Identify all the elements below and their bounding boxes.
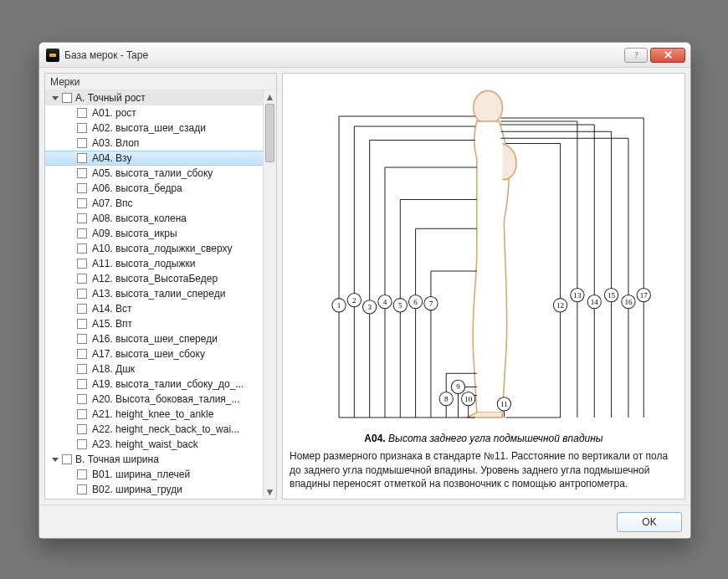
tree-item[interactable]: B01. ширина_плечей bbox=[45, 467, 263, 482]
scroll-up-icon[interactable]: ▲ bbox=[264, 90, 276, 104]
svg-point-2 bbox=[474, 90, 503, 125]
tree-item[interactable]: A12. высота_ВысотаБедер bbox=[45, 271, 263, 286]
tree-item[interactable]: A14. Вст bbox=[45, 301, 263, 316]
item-label: A13. высота_талии_спереди bbox=[92, 288, 225, 300]
checkbox[interactable] bbox=[77, 349, 87, 359]
tree-item[interactable]: A08. высота_колена bbox=[45, 211, 263, 226]
checkbox[interactable] bbox=[77, 394, 87, 404]
right-panel: 1234567891011121314151617 A04. Высота за… bbox=[282, 73, 685, 500]
tree-item[interactable]: A11. высота_лодыжки bbox=[45, 256, 263, 271]
checkbox[interactable] bbox=[77, 409, 87, 419]
tree-item[interactable]: A05. высота_талии_сбоку bbox=[45, 166, 263, 181]
checkbox[interactable] bbox=[62, 454, 72, 464]
tree-item[interactable]: A04. Взу bbox=[45, 151, 263, 166]
tree-item[interactable]: A13. высота_талии_спереди bbox=[45, 286, 263, 301]
titlebar[interactable]: База мерок - Tape ? bbox=[39, 43, 690, 68]
dialog-window: База мерок - Tape ? Мерки A. Точный рост… bbox=[38, 42, 691, 539]
tree-item[interactable]: A02. высота_шеи_сзади bbox=[45, 120, 263, 136]
dialog-footer: OK bbox=[39, 505, 690, 538]
caret-down-icon bbox=[52, 96, 59, 100]
checkbox[interactable] bbox=[77, 334, 87, 344]
checkbox[interactable] bbox=[62, 93, 72, 103]
checkbox[interactable] bbox=[77, 304, 87, 314]
tree-item[interactable]: A17. высота_шеи_сбоку bbox=[45, 346, 263, 361]
checkbox[interactable] bbox=[77, 274, 87, 284]
marker-number: 4 bbox=[383, 298, 387, 306]
tree-group[interactable]: A. Точный рост bbox=[45, 90, 263, 105]
tree-item[interactable]: A10. высота_лодыжки_сверху bbox=[45, 241, 263, 256]
checkbox[interactable] bbox=[77, 289, 87, 299]
item-label: A17. высота_шеи_сбоку bbox=[92, 348, 205, 360]
tree-scrollbar[interactable]: ▲ ▼ bbox=[263, 90, 276, 499]
scrollbar-thumb[interactable] bbox=[265, 104, 274, 162]
scroll-down-icon[interactable]: ▼ bbox=[264, 485, 276, 499]
checkbox[interactable] bbox=[77, 364, 87, 374]
checkbox[interactable] bbox=[77, 198, 87, 208]
measurement-code: A04. bbox=[364, 433, 385, 444]
tree-item[interactable]: A06. высота_бедра bbox=[45, 181, 263, 196]
marker-number: 5 bbox=[398, 301, 402, 310]
item-label: A10. высота_лодыжки_сверху bbox=[92, 243, 233, 254]
marker-number: 14 bbox=[591, 298, 599, 306]
marker-number: 13 bbox=[573, 291, 582, 300]
checkbox[interactable] bbox=[77, 439, 87, 449]
marker-number: 7 bbox=[429, 300, 433, 308]
tree-item[interactable]: B03. ширина_талии bbox=[45, 497, 263, 499]
checkbox[interactable] bbox=[77, 424, 87, 434]
checkbox[interactable] bbox=[77, 108, 87, 118]
checkbox[interactable] bbox=[77, 168, 87, 178]
measurement-description: Номер размерного признака в стандарте №1… bbox=[288, 449, 679, 494]
checkbox[interactable] bbox=[77, 138, 87, 148]
checkbox[interactable] bbox=[77, 183, 87, 193]
marker-number: 17 bbox=[640, 291, 649, 300]
close-button[interactable] bbox=[650, 48, 685, 63]
item-label: A15. Впт bbox=[92, 318, 132, 330]
marker-number: 11 bbox=[500, 400, 508, 408]
caret-down-icon bbox=[52, 458, 59, 462]
tree-item[interactable]: A18. Дшк bbox=[45, 361, 263, 377]
checkbox[interactable] bbox=[77, 153, 87, 163]
measurement-diagram: 1234567891011121314151617 bbox=[288, 79, 679, 429]
tree-item[interactable]: A09. высота_икры bbox=[45, 226, 263, 241]
ok-button-label: OK bbox=[642, 516, 656, 528]
tree-item[interactable]: A16. высота_шеи_спереди bbox=[45, 331, 263, 346]
item-label: A06. высота_бедра bbox=[92, 182, 182, 194]
tree-item[interactable]: A23. height_waist_back bbox=[45, 437, 263, 452]
measurement-tree[interactable]: A. Точный ростA01. ростA02. высота_шеи_с… bbox=[45, 90, 263, 499]
tree-item[interactable]: A15. Впт bbox=[45, 316, 263, 331]
checkbox[interactable] bbox=[77, 259, 87, 269]
panel-label: Мерки bbox=[45, 74, 276, 90]
marker-number: 16 bbox=[624, 298, 633, 306]
checkbox[interactable] bbox=[77, 213, 87, 223]
svg-text:?: ? bbox=[634, 50, 638, 59]
item-label: A18. Дшк bbox=[92, 363, 135, 375]
tree-item[interactable]: A22. height_neck_back_to_wai... bbox=[45, 422, 263, 437]
tree-item[interactable]: A01. рост bbox=[45, 105, 263, 120]
checkbox[interactable] bbox=[77, 469, 87, 479]
ok-button[interactable]: OK bbox=[617, 512, 682, 532]
group-label: A. Точный рост bbox=[75, 92, 146, 104]
tree-item[interactable]: A20. Высота_боковая_талия_... bbox=[45, 392, 263, 407]
tree-group[interactable]: B. Точная ширина bbox=[45, 452, 263, 467]
marker-number: 9 bbox=[456, 382, 460, 391]
item-label: A01. рост bbox=[92, 107, 136, 119]
tree-item[interactable]: B02. ширина_груди bbox=[45, 482, 263, 497]
checkbox[interactable] bbox=[77, 484, 87, 494]
checkbox[interactable] bbox=[77, 123, 87, 133]
checkbox[interactable] bbox=[77, 379, 87, 389]
marker-number: 10 bbox=[464, 395, 473, 403]
tree-item[interactable]: A21. height_knee_to_ankle bbox=[45, 407, 263, 422]
tree-item[interactable]: A19. высота_талии_сбоку_до_... bbox=[45, 377, 263, 392]
item-label: A07. Впс bbox=[92, 197, 133, 209]
item-label: A19. высота_талии_сбоку_до_... bbox=[92, 378, 244, 390]
checkbox[interactable] bbox=[77, 228, 87, 238]
tree-item[interactable]: A03. Влоп bbox=[45, 136, 263, 151]
item-label: B02. ширина_груди bbox=[92, 484, 182, 495]
marker-number: 1 bbox=[337, 301, 341, 310]
help-button[interactable]: ? bbox=[624, 48, 648, 63]
item-label: A03. Влоп bbox=[92, 137, 139, 149]
checkbox[interactable] bbox=[77, 319, 87, 329]
group-label: B. Точная ширина bbox=[75, 453, 159, 465]
tree-item[interactable]: A07. Впс bbox=[45, 196, 263, 211]
checkbox[interactable] bbox=[77, 243, 87, 254]
